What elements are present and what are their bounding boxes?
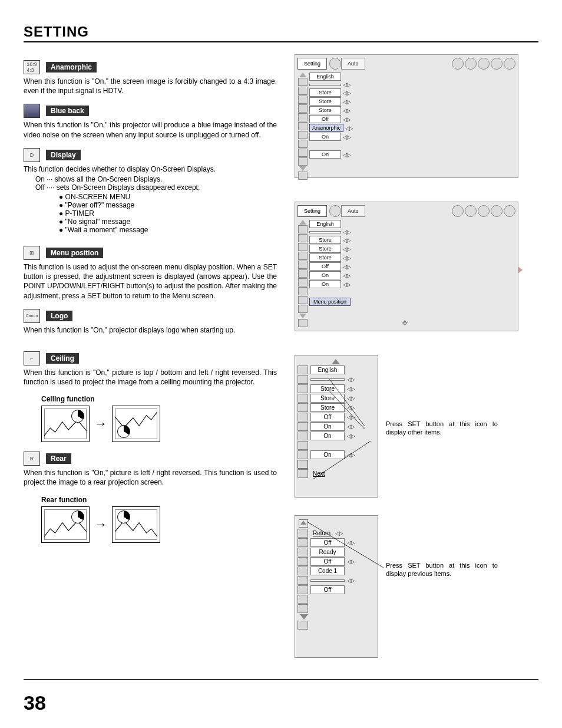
tab-icon[interactable] <box>465 205 477 217</box>
tab-icon[interactable] <box>478 205 490 217</box>
menu-value[interactable]: Store <box>310 394 345 403</box>
menu-value[interactable]: Store <box>310 403 345 412</box>
lr-arrows-icon[interactable]: ◁▷ <box>343 255 350 261</box>
menu-value[interactable]: English <box>309 73 341 81</box>
tab-icon[interactable] <box>504 58 515 70</box>
tab-icon[interactable] <box>329 58 341 70</box>
menu-value[interactable]: On <box>309 150 341 159</box>
menu-value[interactable]: On <box>310 431 345 440</box>
menu-value[interactable]: On <box>309 280 341 288</box>
move-cross-icon[interactable]: ✥ <box>402 319 408 327</box>
menu-value[interactable]: Off <box>310 585 345 594</box>
menu-value[interactable]: On <box>310 422 345 431</box>
tab-icon[interactable] <box>465 58 477 70</box>
lr-arrows-icon[interactable]: ◁▷ <box>343 237 350 243</box>
arrow-right-icon: → <box>94 416 107 431</box>
scroll-down-icon[interactable] <box>299 314 306 318</box>
tab-icon[interactable] <box>491 58 503 70</box>
callout-a: Press SET button at this icon to display… <box>386 420 498 437</box>
lr-arrows-icon[interactable]: ◁▷ <box>347 452 354 458</box>
anamorphic-icon: 16:94:3 <box>24 60 40 74</box>
menu-value[interactable]: Off <box>310 538 345 547</box>
side-arrow-icon <box>518 266 523 274</box>
menu-value[interactable]: Off <box>310 557 345 566</box>
tab-icon[interactable] <box>491 205 503 217</box>
lr-arrows-icon[interactable]: ◁▷ <box>343 81 350 88</box>
menu-value[interactable]: Store <box>310 384 345 393</box>
menu-value[interactable]: Off <box>310 413 345 421</box>
lr-arrows-icon[interactable]: ◁▷ <box>347 395 354 401</box>
menu-row-icon <box>297 576 308 585</box>
menu-value[interactable] <box>310 579 345 582</box>
scroll-down-icon[interactable] <box>300 614 308 620</box>
menu-value[interactable]: Ready <box>310 548 345 556</box>
menu-row-icon <box>297 365 308 374</box>
menu-value[interactable] <box>310 378 345 381</box>
menu-value-highlighted[interactable]: Menu position <box>309 298 351 306</box>
tab-auto[interactable]: Auto <box>341 205 365 217</box>
tab-setting[interactable]: Setting <box>297 205 327 217</box>
menu-value-highlighted[interactable]: Anamorphic <box>309 124 343 132</box>
lr-arrows-icon[interactable]: ◁▷ <box>347 539 354 546</box>
scroll-up-icon[interactable] <box>332 359 340 364</box>
scroll-down-icon[interactable] <box>299 166 306 171</box>
lr-arrows-icon[interactable]: ◁▷ <box>343 263 350 270</box>
bullet-item: "Wait a moment" message <box>59 226 277 234</box>
menupos-text: This function is used to adjust the on-s… <box>24 262 277 301</box>
menu-row-icon <box>298 252 308 260</box>
lr-arrows-icon[interactable]: ◁▷ <box>347 558 354 565</box>
tab-setting[interactable]: Setting <box>297 58 327 70</box>
menu-value[interactable] <box>309 84 341 86</box>
lr-arrows-icon[interactable]: ◁▷ <box>343 229 350 235</box>
logo-text: When this function is "On," projector di… <box>24 325 277 335</box>
menu-value[interactable]: Store <box>309 236 341 244</box>
prev-page-icon[interactable] <box>299 519 308 528</box>
menu-value[interactable] <box>309 231 341 233</box>
menu-value[interactable]: Code 1 <box>310 566 345 575</box>
lr-arrows-icon[interactable]: ◁▷ <box>343 107 350 114</box>
next-link[interactable]: Next <box>310 470 328 477</box>
lr-arrows-icon[interactable]: ◁▷ <box>343 272 350 279</box>
menu-value[interactable]: Store <box>309 253 341 262</box>
lr-arrows-icon[interactable]: ◁▷ <box>343 246 350 252</box>
lr-arrows-icon[interactable]: ◁▷ <box>347 577 354 584</box>
menu-value[interactable]: On <box>309 271 341 279</box>
lr-arrows-icon[interactable]: ◁▷ <box>347 376 354 383</box>
menu-value[interactable]: English <box>309 220 341 228</box>
lr-arrows-icon[interactable]: ◁▷ <box>347 414 354 420</box>
menu-value[interactable]: Store <box>309 245 341 253</box>
lr-arrows-icon[interactable]: ◁▷ <box>343 151 350 158</box>
lr-arrows-icon[interactable]: ◁▷ <box>347 404 354 411</box>
tab-icon[interactable] <box>504 205 515 217</box>
tab-icon[interactable] <box>329 205 341 217</box>
scroll-up-icon[interactable] <box>299 73 306 77</box>
lr-arrows-icon[interactable]: ◁▷ <box>343 98 350 105</box>
menu-value[interactable]: Store <box>309 88 341 97</box>
lr-arrows-icon[interactable]: ◁▷ <box>345 125 352 131</box>
menu-value[interactable]: Store <box>309 106 341 114</box>
menu-value[interactable]: Off <box>309 262 341 271</box>
lr-arrows-icon[interactable]: ◁▷ <box>343 116 350 123</box>
menu-row-icon <box>298 122 308 130</box>
lr-arrows-icon[interactable]: ◁▷ <box>343 90 350 96</box>
tab-auto[interactable]: Auto <box>341 58 365 70</box>
menu-row-icon <box>297 604 308 613</box>
menu-row-icon <box>298 319 308 327</box>
menu-value[interactable]: Store <box>309 97 341 106</box>
scroll-up-icon[interactable] <box>299 220 306 225</box>
lr-arrows-icon[interactable]: ◁▷ <box>347 433 354 439</box>
lr-arrows-icon[interactable]: ◁▷ <box>347 386 354 392</box>
return-link[interactable]: Return <box>310 529 333 537</box>
menu-value[interactable]: English <box>310 365 345 374</box>
tab-icon[interactable] <box>478 58 490 70</box>
lr-arrows-icon[interactable]: ◁▷ <box>335 530 342 536</box>
next-page-icon[interactable] <box>297 460 308 469</box>
lr-arrows-icon[interactable]: ◁▷ <box>347 423 354 430</box>
menu-value[interactable]: Off <box>309 115 341 123</box>
tab-icon[interactable] <box>452 205 464 217</box>
lr-arrows-icon[interactable]: ◁▷ <box>343 281 350 288</box>
menu-value[interactable]: On <box>310 450 345 459</box>
lr-arrows-icon[interactable]: ◁▷ <box>343 134 350 140</box>
menu-value[interactable]: On <box>309 133 341 141</box>
tab-icon[interactable] <box>452 58 464 70</box>
